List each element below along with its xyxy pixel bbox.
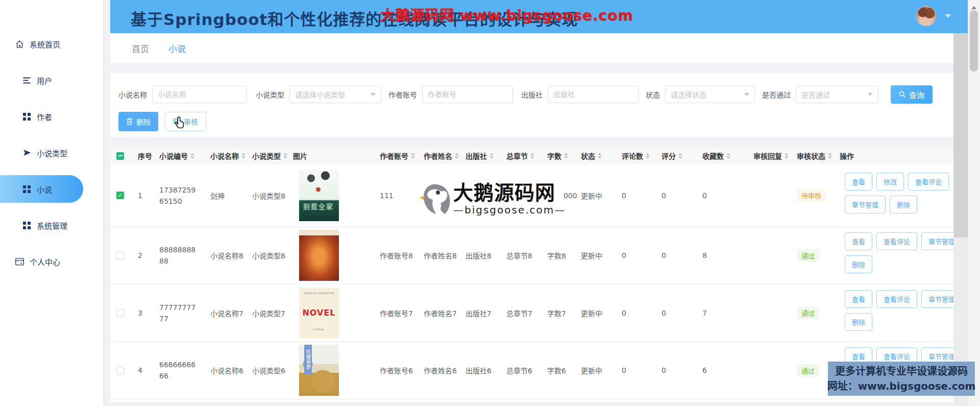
novel-type-select[interactable]: 请选择小说类型 (289, 86, 381, 103)
watermark-logo: 大鹅源码网 —bigsgoose.com— (418, 179, 564, 220)
search-button[interactable]: 查询 (891, 85, 933, 104)
tab-home[interactable]: 首页 (132, 42, 149, 55)
cell-comments: 0 (620, 284, 659, 342)
row-checkbox[interactable] (116, 252, 124, 259)
delete-row-button[interactable]: 删除 (845, 255, 872, 273)
passed-placeholder: 是否通过 (801, 89, 830, 100)
delete-button-label: 删除 (136, 116, 151, 127)
chapter-manage-button[interactable]: 章节管理 (845, 196, 886, 213)
cover-subtitle-text: A NOVEL (299, 328, 339, 331)
sidebar-item-label: 小说类型 (37, 148, 67, 158)
cell-novel-type: 小说类型6 (250, 342, 291, 399)
sort-icon[interactable] (283, 151, 287, 161)
row-checkbox[interactable] (116, 192, 124, 199)
sidebar-item-users[interactable]: 用户 (0, 66, 103, 94)
sort-icon[interactable] (530, 151, 534, 161)
sort-icon[interactable] (489, 151, 494, 161)
home-icon (15, 40, 24, 49)
cell-seq: 3 (131, 284, 157, 342)
grid-icon (22, 221, 31, 230)
view-button[interactable]: 查看 (845, 232, 872, 250)
sort-icon[interactable] (678, 151, 682, 161)
sort-icon[interactable] (828, 151, 832, 161)
sort-icon[interactable] (564, 151, 568, 161)
cell-novel-name: 小说名称7 (208, 284, 250, 342)
cell-novel-id: 8888888888 (157, 227, 208, 284)
column-header: 字数 (547, 151, 561, 161)
sort-icon[interactable] (411, 151, 415, 161)
select-all-checkbox[interactable] (116, 152, 124, 160)
cell-score: 0 (659, 164, 700, 227)
row-checkbox[interactable] (116, 309, 124, 317)
cell-favorites: 6 (700, 342, 751, 399)
chapter-manage-button[interactable]: 章节管理 (921, 232, 954, 250)
passed-select[interactable]: 是否通过 (796, 86, 878, 103)
sort-icon[interactable] (726, 151, 730, 161)
delete-row-button[interactable]: 删除 (845, 313, 872, 331)
cell-novel-type: 小说类型7 (250, 284, 291, 342)
scrollbar-thumb[interactable] (970, 10, 978, 71)
avatar[interactable] (916, 6, 936, 26)
status-placeholder: 请选择状态 (671, 89, 706, 100)
sort-icon[interactable] (598, 151, 602, 161)
column-header: 操作 (840, 151, 854, 161)
scrollbar-thumb[interactable] (953, 33, 968, 237)
sidebar-item-novel-types[interactable]: 小说类型 (0, 139, 103, 166)
cover-title-text: 红楼春梦 (304, 345, 312, 374)
search-icon (899, 91, 906, 98)
column-header: 评论数 (622, 151, 643, 161)
cell-novel-type: 小说类型8 (250, 227, 291, 284)
sort-icon[interactable] (455, 151, 459, 161)
delete-button[interactable]: 删除 (118, 112, 158, 131)
status-badge: 通过 (797, 249, 819, 262)
cell-words: 字数8 (545, 227, 579, 284)
cell-novel-id: 7777777777 (157, 284, 208, 342)
chevron-down-icon[interactable] (945, 14, 951, 21)
novel-name-label: 小说名称 (118, 89, 147, 100)
cell-chapters: 总章节7 (504, 284, 545, 342)
cell-novel-type: 小说类型8 (250, 164, 291, 227)
sidebar-item-profile[interactable]: 个人中心 (0, 248, 103, 275)
chapter-manage-button[interactable]: 章节管理 (921, 290, 954, 308)
cell-publisher: 出版社6 (463, 342, 504, 399)
sort-icon[interactable] (241, 151, 246, 161)
sort-icon[interactable] (785, 151, 789, 161)
cell-status: 更新中 (579, 342, 620, 399)
author-account-input[interactable] (422, 86, 513, 103)
cell-score: 0 (659, 342, 700, 399)
sidebar-item-home[interactable]: 系统首页 (0, 30, 103, 58)
promo-line1: 更多计算机专业毕设课设源码 (835, 364, 968, 379)
window-scrollbar[interactable] (968, 0, 980, 406)
sort-icon[interactable] (190, 151, 194, 161)
sidebar-item-authors[interactable]: 作者 (0, 103, 103, 130)
cell-author-account: 作者账号8 (378, 227, 422, 284)
status-select[interactable]: 请选择状态 (665, 86, 755, 103)
content-scrollbar[interactable] (953, 33, 968, 406)
view-comments-button[interactable]: 查看评论 (876, 290, 917, 308)
edit-button[interactable]: 修改 (876, 173, 904, 190)
column-header: 小说类型 (252, 151, 281, 161)
sidebar: 系统首页 用户 作者 小说类型 小说 系统管理 个人中心 (0, 0, 103, 406)
view-comments-button[interactable]: 查看评论 (908, 173, 949, 190)
novel-name-input[interactable] (152, 86, 247, 103)
sidebar-item-label: 个人中心 (30, 256, 60, 267)
cell-author-account: 111 (378, 164, 422, 227)
view-button[interactable]: 查看 (845, 173, 872, 190)
cell-author-name: 作者姓名6 (422, 342, 463, 399)
cell-novel-id: 6666666666 (157, 342, 208, 399)
sort-icon[interactable] (646, 151, 650, 161)
publisher-input[interactable] (548, 86, 639, 103)
scroll-up-arrow-icon[interactable] (971, 3, 976, 9)
column-header: 作者姓名 (424, 151, 452, 161)
sidebar-item-novels[interactable]: 小说 (0, 175, 83, 203)
sidebar-item-system[interactable]: 系统管理 (0, 211, 103, 239)
view-comments-button[interactable]: 查看评论 (876, 232, 917, 250)
cell-publisher: 出版社7 (463, 284, 504, 342)
view-button[interactable]: 查看 (845, 290, 872, 308)
row-checkbox[interactable] (116, 367, 124, 374)
sidebar-item-label: 小说 (37, 184, 52, 195)
card-icon (15, 257, 24, 266)
cell-status: 更新中 (579, 227, 620, 284)
tab-novels[interactable]: 小说 (168, 42, 186, 55)
delete-row-button[interactable]: 删除 (890, 196, 917, 213)
